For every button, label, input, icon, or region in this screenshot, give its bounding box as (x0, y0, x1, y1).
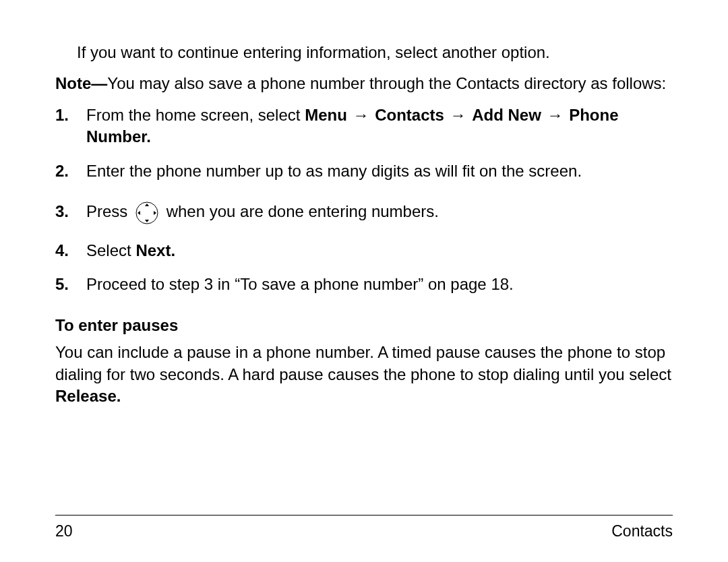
step-number: 5. (55, 274, 69, 295)
step-5: 5. Proceed to step 3 in “To save a phone… (55, 274, 673, 295)
svg-marker-4 (154, 211, 156, 215)
menu-path-menu: Menu (305, 106, 347, 124)
next-label: Next. (135, 241, 175, 259)
menu-path-contacts: Contacts (375, 106, 444, 124)
step-text-pre: From the home screen, select (86, 106, 305, 124)
step-number: 2. (55, 160, 69, 182)
intro-text: If you want to continue entering informa… (77, 43, 550, 61)
step-number: 1. (55, 104, 69, 126)
section-body: You can include a pause in a phone numbe… (55, 342, 673, 407)
arrow-icon: → (450, 104, 466, 126)
release-label: Release. (55, 387, 121, 405)
step-4: 4. Select Next. (55, 240, 673, 261)
steps-list: 1. From the home screen, select Menu → C… (55, 104, 673, 296)
step-number: 4. (55, 240, 69, 261)
page-footer: 20 Contacts (55, 515, 673, 542)
page-number: 20 (55, 521, 73, 542)
step-1: 1. From the home screen, select Menu → C… (55, 104, 673, 148)
step-text: Proceed to step 3 in “To save a phone nu… (86, 275, 514, 293)
menu-path-addnew: Add New (472, 106, 541, 124)
intro-paragraph: If you want to continue entering informa… (77, 42, 673, 63)
footer-rule (55, 515, 673, 516)
svg-marker-3 (138, 211, 140, 215)
note-text: You may also save a phone number through… (107, 74, 666, 92)
step-2: 2. Enter the phone number up to as many … (55, 160, 673, 182)
step-text-pre: Press (86, 202, 132, 220)
arrow-icon: → (547, 104, 564, 126)
section-heading: To enter pauses (55, 315, 673, 336)
step-3: 3. Press when you are done entering numb… (55, 201, 673, 225)
section-body-pre: You can include a pause in a phone numbe… (55, 343, 671, 383)
chapter-name: Contacts (611, 521, 673, 542)
svg-marker-1 (145, 204, 149, 206)
arrow-icon: → (353, 104, 369, 126)
step-number: 3. (55, 201, 69, 222)
step-text-post: when you are done entering numbers. (162, 202, 439, 220)
ok-direction-button-icon (135, 201, 159, 225)
step-text: Enter the phone number up to as many dig… (86, 162, 582, 180)
note-paragraph: Note—You may also save a phone number th… (55, 73, 673, 94)
manual-page: If you want to continue entering informa… (0, 0, 728, 562)
svg-marker-2 (145, 220, 149, 222)
step-text-pre: Select (86, 241, 135, 259)
note-label: Note— (55, 74, 107, 92)
